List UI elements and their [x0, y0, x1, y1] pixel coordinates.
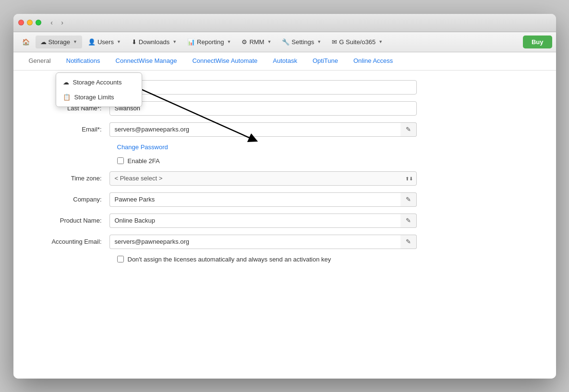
accounting-email-label: Accounting Email: — [33, 238, 109, 245]
settings-label: Settings — [291, 38, 314, 46]
timezone-row: Time zone: < Please select > ⬆⬇ — [33, 171, 537, 186]
company-edit-button[interactable]: ✎ — [400, 192, 417, 207]
nav-storage[interactable]: ☁ Storage ▼ — [36, 36, 82, 48]
storage-limits-label: Storage Limits — [74, 94, 114, 101]
edit-icon: ✎ — [406, 196, 411, 203]
email-input[interactable] — [109, 122, 400, 137]
enable-2fa-label: Enable 2FA — [128, 157, 160, 165]
subtabs: General Notifications ConnectWise Manage… — [13, 52, 556, 71]
enable-2fa-row: Enable 2FA — [117, 157, 537, 165]
tab-connectwise-automate[interactable]: ConnectWise Automate — [184, 52, 265, 70]
reporting-chevron: ▼ — [227, 39, 231, 44]
timezone-label: Time zone: — [33, 175, 109, 182]
enable-2fa-checkbox[interactable] — [117, 157, 124, 164]
product-name-edit-button[interactable]: ✎ — [400, 214, 417, 228]
nav-home[interactable]: 🏠 — [17, 36, 35, 48]
tab-optitune[interactable]: OptiTune — [305, 52, 346, 70]
downloads-icon: ⬇ — [132, 38, 137, 46]
rmm-label: RMM — [249, 38, 264, 46]
fullscreen-button[interactable] — [36, 20, 41, 25]
gsuite-chevron: ▼ — [378, 39, 383, 44]
product-name-field-group: ✎ — [109, 214, 417, 228]
nav-arrows: ‹ › — [47, 18, 67, 27]
no-auto-assign-checkbox[interactable] — [117, 256, 124, 262]
main-content: ☁ Storage Accounts 📋 Storage Limits Gene… — [13, 52, 556, 379]
accounting-email-input[interactable] — [109, 235, 400, 249]
email-label: Email*: — [33, 126, 109, 133]
accounting-email-row: Accounting Email: ✎ — [33, 235, 537, 249]
storage-chevron: ▼ — [73, 39, 77, 44]
email-edit-button[interactable]: ✎ — [400, 122, 417, 137]
gsuite-icon: ✉ — [332, 38, 337, 46]
email-row: Email*: ✎ — [33, 122, 537, 137]
storage-limits-item[interactable]: 📋 Storage Limits — [56, 90, 142, 105]
timezone-select-wrapper: < Please select > ⬆⬇ — [109, 171, 417, 186]
nav-rmm[interactable]: ⚙ RMM ▼ — [237, 36, 276, 48]
users-icon: 👤 — [88, 38, 96, 46]
tab-online-access[interactable]: Online Access — [346, 52, 400, 70]
topnav: 🏠 ☁ Storage ▼ 👤 Users ▼ ⬇ Downloads ▼ 📊 … — [13, 32, 556, 52]
edit-icon: ✎ — [406, 126, 411, 133]
change-password-link[interactable]: Change Password — [117, 143, 168, 151]
nav-downloads[interactable]: ⬇ Downloads ▼ — [127, 36, 182, 48]
back-button[interactable]: ‹ — [47, 18, 57, 27]
users-chevron: ▼ — [117, 39, 121, 44]
storage-accounts-label: Storage Accounts — [73, 79, 122, 86]
cloud-icon: ☁ — [63, 79, 69, 86]
tab-general[interactable]: General — [21, 52, 59, 70]
company-input[interactable] — [109, 192, 400, 207]
change-password-row: Change Password — [33, 143, 537, 151]
storage-accounts-item[interactable]: ☁ Storage Accounts — [56, 75, 142, 90]
company-row: Company: ✎ — [33, 192, 537, 207]
downloads-chevron: ▼ — [172, 39, 177, 44]
company-field-group: ✎ — [109, 192, 417, 207]
limits-icon: 📋 — [63, 94, 71, 101]
product-name-input[interactable] — [109, 214, 400, 228]
tab-notifications[interactable]: Notifications — [59, 52, 108, 70]
edit-icon: ✎ — [406, 238, 411, 245]
edit-icon: ✎ — [406, 217, 411, 224]
storage-dropdown: ☁ Storage Accounts 📋 Storage Limits — [56, 72, 142, 107]
accounting-email-field-group: ✎ — [109, 235, 417, 249]
reporting-label: Reporting — [197, 38, 224, 46]
close-button[interactable] — [18, 20, 24, 25]
no-auto-assign-label: Don't assign the licenses automatically … — [128, 256, 331, 263]
nav-users[interactable]: 👤 Users ▼ — [83, 36, 126, 48]
titlebar: ‹ › — [13, 14, 556, 32]
last-name-input[interactable] — [109, 101, 417, 116]
tab-autotask[interactable]: Autotask — [265, 52, 305, 70]
timezone-select[interactable]: < Please select > — [109, 171, 417, 186]
company-label: Company: — [33, 196, 109, 203]
product-name-label: Product Name: — [33, 217, 109, 224]
storage-icon: ☁ — [40, 38, 47, 46]
product-name-row: Product Name: ✎ — [33, 214, 537, 228]
reporting-icon: 📊 — [187, 38, 195, 46]
rmm-icon: ⚙ — [242, 38, 247, 46]
minimize-button[interactable] — [27, 20, 33, 25]
email-field-group: ✎ — [109, 122, 417, 137]
forward-button[interactable]: › — [58, 18, 67, 27]
tab-connectwise-manage[interactable]: ConnectWise Manage — [108, 52, 185, 70]
nav-gsuite[interactable]: ✉ G Suite/o365 ▼ — [327, 36, 387, 48]
downloads-label: Downloads — [139, 38, 169, 46]
storage-label: Storage — [48, 38, 71, 46]
gsuite-label: G Suite/o365 — [339, 38, 375, 46]
rmm-chevron: ▼ — [267, 39, 271, 44]
users-label: Users — [97, 38, 114, 46]
home-icon: 🏠 — [22, 38, 30, 46]
buy-button[interactable]: Buy — [523, 36, 552, 48]
traffic-lights — [18, 20, 41, 25]
app-window: ‹ › 🏠 ☁ Storage ▼ 👤 Users ▼ ⬇ Downloads … — [13, 14, 556, 379]
nav-settings[interactable]: 🔧 Settings ▼ — [277, 36, 326, 48]
nav-reporting[interactable]: 📊 Reporting ▼ — [182, 36, 236, 48]
no-auto-assign-row: Don't assign the licenses automatically … — [117, 256, 537, 263]
accounting-email-edit-button[interactable]: ✎ — [400, 235, 417, 249]
settings-chevron: ▼ — [317, 39, 321, 44]
first-name-input[interactable] — [109, 80, 417, 95]
settings-icon: 🔧 — [282, 38, 290, 46]
